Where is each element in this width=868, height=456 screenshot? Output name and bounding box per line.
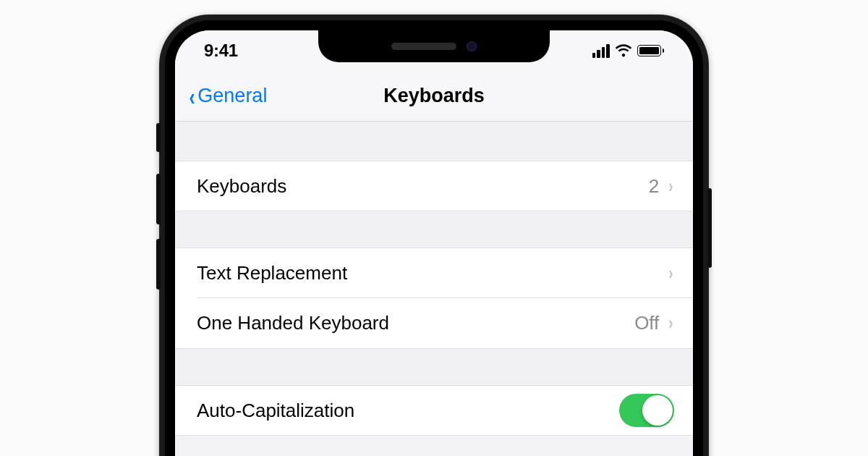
cellular-signal-icon: [592, 44, 610, 58]
group-spacer: [175, 349, 693, 385]
row-right: ›: [668, 262, 674, 284]
row-label: Text Replacement: [197, 262, 347, 284]
keyboards-row[interactable]: Keyboards 2 ›: [175, 161, 693, 211]
back-label: General: [197, 85, 267, 107]
row-value: 2: [649, 175, 659, 198]
group-spacer: [175, 122, 693, 161]
notch: [318, 30, 550, 62]
status-time: 9:41: [204, 41, 238, 61]
text-replacement-row[interactable]: Text Replacement ›: [175, 248, 693, 298]
one-handed-keyboard-row[interactable]: One Handed Keyboard Off ›: [175, 298, 693, 349]
mute-switch: [156, 123, 161, 152]
auto-capitalization-row[interactable]: Auto-Capitalization: [175, 385, 693, 436]
front-camera: [467, 41, 477, 51]
row-value: Off: [634, 312, 659, 334]
status-icons: [592, 44, 665, 58]
row-label: One Handed Keyboard: [197, 312, 389, 334]
chevron-right-icon: ›: [669, 312, 673, 334]
row-right: [619, 394, 674, 427]
switch-knob: [642, 395, 673, 426]
chevron-left-icon: ‹: [190, 84, 195, 109]
speaker-grille: [391, 43, 456, 50]
wifi-icon: [615, 44, 632, 57]
screen: 9:41: [175, 30, 693, 456]
volume-up-button: [156, 174, 161, 224]
row-right: 2 ›: [649, 175, 674, 198]
chevron-right-icon: ›: [669, 262, 673, 284]
phone-frame: 9:41: [159, 14, 709, 456]
back-button[interactable]: ‹ General: [188, 84, 267, 109]
battery-icon: [637, 45, 665, 56]
power-button: [707, 188, 712, 268]
chevron-right-icon: ›: [669, 175, 673, 198]
group-spacer: [175, 211, 693, 248]
volume-down-button: [156, 239, 161, 290]
page-title: Keyboards: [383, 85, 485, 107]
auto-capitalization-toggle[interactable]: [619, 394, 674, 427]
row-right: Off ›: [634, 312, 674, 334]
nav-bar: ‹ General Keyboards: [175, 71, 693, 122]
row-label: Auto-Capitalization: [197, 400, 354, 422]
phone-bezel: 9:41: [165, 20, 703, 456]
row-label: Keyboards: [197, 175, 286, 198]
